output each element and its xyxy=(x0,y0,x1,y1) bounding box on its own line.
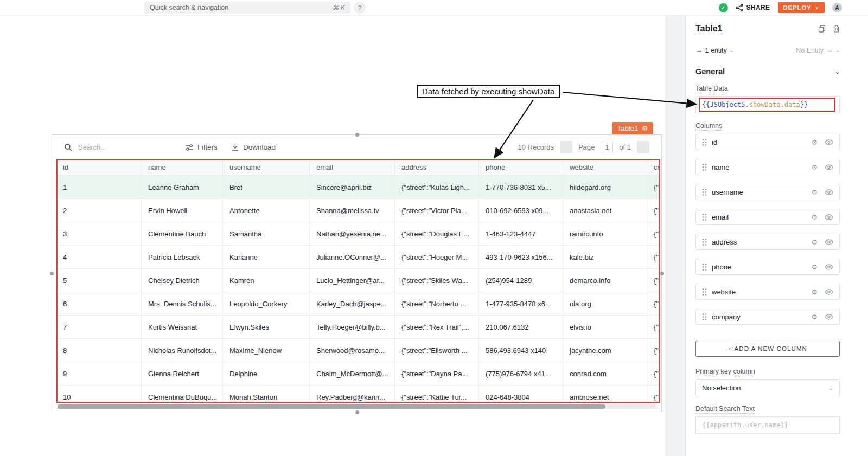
column-settings-gear-icon[interactable]: ⚙ xyxy=(811,263,818,271)
column-item-username[interactable]: username ⚙ xyxy=(695,184,840,200)
section-general[interactable]: General ⌄ xyxy=(695,67,840,76)
column-item-phone[interactable]: phone ⚙ xyxy=(695,259,840,275)
table-row[interactable]: 5Chelsey DietrichKamrenLucio_Hettinger@a… xyxy=(56,269,660,292)
drag-handle-icon[interactable] xyxy=(702,163,707,171)
table-row[interactable]: 9Glenna ReichertDelphineChaim_McDermott@… xyxy=(56,362,660,386)
resize-handle-bottom[interactable] xyxy=(355,410,359,414)
chevron-down-icon: ⌄ xyxy=(835,48,840,53)
add-new-column-button[interactable]: + ADD A NEW COLUMN xyxy=(695,341,840,357)
table-row[interactable]: 8Nicholas Runolfsdot...Maxime_NienowSher… xyxy=(56,339,660,362)
table-data-input[interactable]: {{JSObject5.showData.data}} xyxy=(695,96,840,113)
filters-button[interactable]: Filters xyxy=(185,135,218,159)
table-cell: Sincere@april.biz xyxy=(310,176,395,198)
drag-handle-icon[interactable] xyxy=(702,213,707,221)
column-header-phone[interactable]: phone xyxy=(479,159,563,175)
arrow-right-icon: → xyxy=(826,47,833,54)
drag-handle-icon[interactable] xyxy=(702,238,707,246)
drag-handle-icon[interactable] xyxy=(702,313,707,321)
table-widget[interactable]: Search... Filters xyxy=(52,134,662,412)
column-visibility-eye-icon[interactable] xyxy=(825,239,833,245)
columns-list: id ⚙ name ⚙ xyxy=(695,134,868,325)
resize-handle-right[interactable] xyxy=(660,272,664,275)
column-item-email[interactable]: email ⚙ xyxy=(695,209,840,225)
scrollbar-thumb[interactable] xyxy=(58,404,605,409)
quick-search-bar[interactable]: Quick search & navigation ⌘ K xyxy=(144,2,350,14)
deploy-button[interactable]: DEPLOY ∨ xyxy=(778,2,825,13)
column-item-id[interactable]: id ⚙ xyxy=(695,134,840,150)
table-cell: 1-770-736-8031 x5... xyxy=(479,176,563,198)
table-cell: Nathan@yesenia.ne... xyxy=(310,222,395,245)
column-visibility-eye-icon[interactable] xyxy=(825,164,833,170)
column-header-address[interactable]: address xyxy=(395,159,479,175)
column-item-company[interactable]: company ⚙ xyxy=(695,309,840,325)
column-item-label: company xyxy=(712,313,741,321)
table-row[interactable]: 2Ervin HowellAntonetteShanna@melissa.tv{… xyxy=(56,199,660,222)
default-search-input[interactable] xyxy=(695,416,840,434)
column-item-name[interactable]: name ⚙ xyxy=(695,159,840,175)
column-settings-gear-icon[interactable]: ⚙ xyxy=(811,213,818,221)
table-cell: 1-463-123-4447 xyxy=(479,222,563,245)
gear-icon[interactable]: ⚙ xyxy=(642,125,648,132)
widget-name-badge[interactable]: Table1 ⚙ xyxy=(612,122,653,134)
table-header-row: idnameusernameemailaddressphonewebsiteco… xyxy=(56,159,660,176)
column-settings-gear-icon[interactable]: ⚙ xyxy=(811,313,818,321)
table-cell: 5 xyxy=(56,269,142,292)
share-button[interactable]: SHARE xyxy=(736,4,770,11)
page-label: Page xyxy=(578,143,595,151)
column-settings-gear-icon[interactable]: ⚙ xyxy=(811,188,818,196)
next-page-button[interactable] xyxy=(637,141,649,153)
delete-widget-icon[interactable] xyxy=(833,25,840,33)
drag-handle-icon[interactable] xyxy=(702,288,707,296)
column-settings-gear-icon[interactable]: ⚙ xyxy=(811,163,818,171)
prev-page-button[interactable] xyxy=(560,141,572,153)
primary-key-select[interactable]: No selection. ⌄ xyxy=(695,379,840,396)
column-visibility-eye-icon[interactable] xyxy=(825,264,833,270)
drag-handle-icon[interactable] xyxy=(702,188,707,196)
column-item-address[interactable]: address ⚙ xyxy=(695,234,840,250)
help-button[interactable]: ? xyxy=(354,2,366,14)
column-header-name[interactable]: name xyxy=(142,159,223,175)
table-cell: Chaim_McDermott@... xyxy=(310,362,395,385)
share-icon xyxy=(736,4,743,11)
column-visibility-eye-icon[interactable] xyxy=(825,314,833,320)
table-toolbar: Search... Filters xyxy=(52,135,661,159)
resize-handle-left[interactable] xyxy=(50,272,54,275)
column-header-website[interactable]: website xyxy=(563,159,647,175)
column-settings-gear-icon[interactable]: ⚙ xyxy=(811,138,818,146)
column-item-label: website xyxy=(712,288,736,296)
page-number-input[interactable] xyxy=(601,142,613,153)
table-row[interactable]: 6Mrs. Dennis Schulis...Leopoldo_CorkeryK… xyxy=(56,292,660,316)
table-cell: 210.067.6132 xyxy=(479,316,563,338)
drag-handle-icon[interactable] xyxy=(702,263,707,271)
table-row[interactable]: 1Leanne GrahamBretSincere@april.biz{"str… xyxy=(56,176,660,199)
table-cell: {"street":"Victor Pla... xyxy=(395,199,479,222)
drag-handle-icon[interactable] xyxy=(702,138,707,146)
column-visibility-eye-icon[interactable] xyxy=(825,289,833,295)
column-item-website[interactable]: website ⚙ xyxy=(695,284,840,300)
column-header-company[interactable]: company xyxy=(647,159,660,175)
canvas[interactable]: Data fetched by executing showData Table… xyxy=(0,16,665,456)
table-row[interactable]: 4Patricia LebsackKarianneJulianne.OConne… xyxy=(56,246,660,269)
column-visibility-eye-icon[interactable] xyxy=(825,214,833,220)
horizontal-scrollbar[interactable] xyxy=(58,404,657,409)
column-settings-gear-icon[interactable]: ⚙ xyxy=(811,288,818,296)
table-row[interactable]: 3Clementine BauchSamanthaNathan@yesenia.… xyxy=(56,222,660,246)
table-row[interactable]: 7Kurtis WeissnatElwyn.SkilesTelly.Hoeger… xyxy=(56,316,660,339)
resize-handle-top[interactable] xyxy=(355,133,359,137)
download-button[interactable]: Download xyxy=(231,135,276,159)
table-search-input[interactable]: Search... xyxy=(64,135,106,159)
copy-widget-icon[interactable] xyxy=(818,25,826,33)
column-settings-gear-icon[interactable]: ⚙ xyxy=(811,238,818,246)
avatar[interactable]: A xyxy=(832,3,842,12)
search-icon xyxy=(64,143,73,152)
column-visibility-eye-icon[interactable] xyxy=(825,139,833,145)
outgoing-entities-dropdown[interactable]: No Entity → ⌄ xyxy=(796,47,840,54)
table-search-placeholder: Search... xyxy=(78,143,106,151)
column-item-label: name xyxy=(712,163,730,171)
table-cell: conrad.com xyxy=(563,362,647,385)
column-visibility-eye-icon[interactable] xyxy=(825,189,833,195)
column-header-id[interactable]: id xyxy=(56,159,142,175)
column-header-username[interactable]: username xyxy=(223,159,310,175)
column-header-email[interactable]: email xyxy=(310,159,395,175)
incoming-entities-dropdown[interactable]: → 1 entity ⌄ xyxy=(695,47,733,54)
